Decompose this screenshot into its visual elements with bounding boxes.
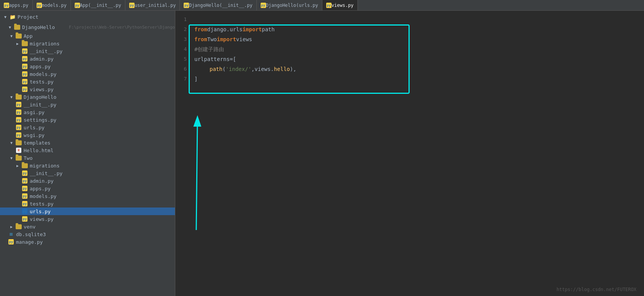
code-line-1 xyxy=(194,14,644,24)
djangohello-label: DjangoHello xyxy=(22,24,67,30)
tree-manage-py[interactable]: py manage.py xyxy=(0,238,175,246)
py-icon: py xyxy=(21,86,28,92)
app-folder-label: App xyxy=(24,33,175,39)
folder-icon xyxy=(15,155,22,161)
watermark: https://blog.csdn.net/FUTEROX xyxy=(556,287,636,292)
project-arrow: ▼ xyxy=(2,15,8,19)
djangohello-subfolder-label: DjangoHello xyxy=(24,94,175,100)
tree-db-sqlite[interactable]: ≡ db.sqlite3 xyxy=(0,230,175,238)
app-arrow: ▼ xyxy=(8,34,14,38)
py-file-icon: py xyxy=(37,2,42,8)
py-icon: py xyxy=(15,124,22,130)
manage-py-label: manage.py xyxy=(16,239,175,245)
tree-two-admin[interactable]: py admin.py xyxy=(0,177,175,185)
code-line-3: from Two import views xyxy=(194,34,644,44)
tree-app-migrations[interactable]: ▶ migrations xyxy=(0,40,175,47)
two-views-label: views.py xyxy=(30,216,175,222)
tab-bar: py apps.py py models.py py App(__init__.… xyxy=(0,0,644,11)
project-root[interactable]: ▼ 📁 Project xyxy=(0,11,175,22)
tab-djangohello-urls-py[interactable]: py DjangoHello(urls.py xyxy=(257,0,322,10)
tree-two-views[interactable]: py views.py xyxy=(0,215,175,223)
dj-init-label: __init__.py xyxy=(24,102,175,108)
tree-two-tests[interactable]: py tests.py xyxy=(0,200,175,208)
two-init-label: __init__.py xyxy=(30,171,175,176)
db-sqlite-label: db.sqlite3 xyxy=(16,232,175,237)
tab-models-py[interactable]: py models.py xyxy=(33,0,71,10)
tree-app-folder[interactable]: ▼ App xyxy=(0,32,175,40)
app-views-label: views.py xyxy=(30,87,175,92)
tree-app-tests[interactable]: py tests.py xyxy=(0,78,175,85)
py-file-icon: py xyxy=(75,2,80,8)
py-icon: py xyxy=(21,201,28,207)
py-icon: py xyxy=(21,71,28,77)
tree-dj-settings[interactable]: py settings.py xyxy=(0,116,175,124)
file-tree-sidebar: ▼ 📁 Project ▼ DjangoHello F:\projects\We… xyxy=(0,11,175,296)
two-arrow: ▼ xyxy=(8,156,14,160)
project-path: F:\projects\Web-Server\PythonServer\Djan… xyxy=(69,25,175,30)
py-file-icon: py xyxy=(4,2,9,8)
code-line-7: ] xyxy=(194,74,644,84)
venv-arrow: ▶ xyxy=(8,225,14,229)
folder-icon xyxy=(15,224,22,230)
editor-area: 1 2 3 4 5 6 7 from django.urls impor xyxy=(175,11,644,296)
tree-two-init[interactable]: py __init__.py xyxy=(0,169,175,177)
tree-two-apps[interactable]: py apps.py xyxy=(0,185,175,192)
code-line-5: urlpatterns=[ xyxy=(194,54,644,64)
two-migrations-arrow: ▶ xyxy=(14,164,21,168)
tree-app-views[interactable]: py views.py xyxy=(0,85,175,93)
tree-hello-html[interactable]: H Hello.html xyxy=(0,146,175,154)
tree-templates-folder[interactable]: ▼ templates xyxy=(0,139,175,146)
tree-app-admin[interactable]: py admin.py xyxy=(0,55,175,63)
two-admin-label: admin.py xyxy=(30,178,175,184)
dj-wsgi-label: wsgi.py xyxy=(24,132,175,138)
py-file-icon: py xyxy=(184,2,189,8)
app-apps-label: apps.py xyxy=(30,64,175,69)
tab-user-initial-py[interactable]: py user_initial.py xyxy=(125,0,180,10)
tree-two-urls-selected[interactable]: py urls.py xyxy=(0,208,175,215)
tree-two-folder[interactable]: ▼ Two xyxy=(0,154,175,162)
djangohello-arrow: ▼ xyxy=(7,25,13,29)
html-icon: H xyxy=(15,147,22,153)
app-tests-label: tests.py xyxy=(30,79,175,85)
db-icon: ≡ xyxy=(8,231,14,237)
dj-arrow: ▼ xyxy=(8,95,14,99)
tree-app-models[interactable]: py models.py xyxy=(0,70,175,78)
py-icon: py xyxy=(21,48,28,54)
app-models-label: models.py xyxy=(30,71,175,77)
migrations-arrow: ▶ xyxy=(14,42,21,46)
tree-two-models[interactable]: py models.py xyxy=(0,192,175,200)
tree-dj-asgi[interactable]: py asgi.py xyxy=(0,108,175,116)
folder-icon xyxy=(21,40,28,47)
tree-dj-urls[interactable]: py urls.py xyxy=(0,124,175,131)
tab-apps-py[interactable]: py apps.py xyxy=(0,0,33,10)
hello-html-label: Hello.html xyxy=(24,148,175,153)
tree-djangohello-subfolder[interactable]: ▼ DjangoHello xyxy=(0,93,175,101)
main-area: ▼ 📁 Project ▼ DjangoHello F:\projects\We… xyxy=(0,11,644,296)
py-icon: py xyxy=(21,193,28,199)
py-icon: py xyxy=(21,79,28,85)
two-urls-label: urls.py xyxy=(30,209,175,214)
tree-app-apps[interactable]: py apps.py xyxy=(0,63,175,70)
py-icon: py xyxy=(15,109,22,115)
folder-icon xyxy=(14,24,21,30)
two-models-label: models.py xyxy=(30,193,175,199)
tree-app-init[interactable]: py __init__.py xyxy=(0,47,175,55)
py-icon: py xyxy=(21,178,28,184)
tab-app-init-py[interactable]: py App(__init__.py xyxy=(71,0,125,10)
app-migrations-label: migrations xyxy=(30,41,175,47)
tree-dj-wsgi[interactable]: py wsgi.py xyxy=(0,131,175,139)
templates-folder-label: templates xyxy=(24,140,175,146)
tree-two-migrations[interactable]: ▶ migrations xyxy=(0,162,175,169)
tab-djangohello-init-py[interactable]: py DjangoHello(__init__.py xyxy=(180,0,256,10)
code-container[interactable]: 1 2 3 4 5 6 7 from django.urls impor xyxy=(175,11,644,296)
tree-dj-init[interactable]: py __init__.py xyxy=(0,101,175,108)
two-folder-label: Two xyxy=(24,155,175,161)
code-content[interactable]: from django.urls import path from Two im… xyxy=(191,14,644,292)
tree-venv-folder[interactable]: ▶ venv xyxy=(0,223,175,230)
two-tests-label: tests.py xyxy=(30,201,175,207)
templates-arrow: ▼ xyxy=(8,141,14,145)
djangohello-root[interactable]: ▼ DjangoHello F:\projects\Web-Server\Pyt… xyxy=(0,22,175,32)
two-migrations-label: migrations xyxy=(30,163,175,169)
py-file-icon: py xyxy=(129,2,135,8)
tab-views-py[interactable]: py views.py xyxy=(322,0,358,10)
